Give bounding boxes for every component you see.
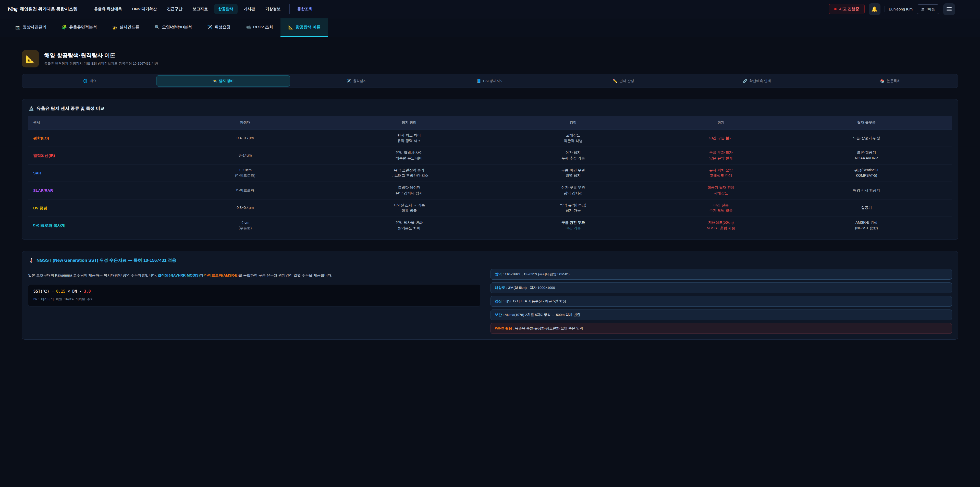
- sensor-comparison-card: 🔬 유출유 탐지 센서 종류 및 특성 비교 센서파장대탐지 원리강점한계탑재 …: [22, 99, 958, 240]
- ngsst-title-text: NGSST (New Generation SST) 위성 수온자료 — 특허 …: [37, 257, 177, 263]
- thermometer-icon: 🌡️: [29, 258, 34, 263]
- microscope-icon: 🔬: [29, 106, 34, 111]
- topbar-menu-item[interactable]: 유출유 확산예측: [90, 4, 126, 14]
- books-icon: 📚: [880, 79, 885, 83]
- topbar-menu-item[interactable]: 항공탐색: [214, 4, 238, 14]
- ngsst-spec-list: 영역 : 116~166°E, 13~63°N (북서태평양 50×50°)해상…: [490, 269, 952, 334]
- sensor-table-body: 광학(EO)0.4~0.7μm반사 휘도 차이유막 광택·색조고해상도직관적 식…: [28, 129, 952, 234]
- satellite-icon: 🛰️: [213, 79, 217, 83]
- sensor-name-cell: SAR: [28, 164, 158, 182]
- notification-bell-button[interactable]: 🔔: [869, 3, 880, 15]
- desc-text: 를 융합하여 구름 유무와 관계없이 일별 수온을 제공합니다.: [239, 273, 332, 277]
- tab-label: 개요: [89, 79, 97, 83]
- sensor-name-cell: UV 형광: [28, 199, 158, 217]
- strength-cell: 구름·야간 무관광역 탐지: [485, 164, 661, 182]
- topbar-menu-item[interactable]: 보고자료: [189, 4, 212, 14]
- subnav-item[interactable]: 🚁실시간드론: [104, 18, 147, 37]
- spec-label: WING 활용: [495, 326, 512, 330]
- spec-value: : Akima(1978) 2차원 5차다항식 → 500m 격자 변환: [502, 313, 580, 317]
- app-logo: Wing 해양환경 위기대응 통합시스템: [7, 6, 78, 12]
- sensor-name-cell: SLAR/RAR: [28, 182, 158, 199]
- spec-label: 보간: [495, 313, 502, 317]
- topbar-menu-item[interactable]: HNS·대기확산: [128, 4, 161, 14]
- formula-offset: 3.0: [84, 289, 91, 294]
- ngsst-card: 🌡️ NGSST (New Generation SST) 위성 수온자료 — …: [22, 251, 958, 340]
- app-title: 해양환경 위기대응 통합시스템: [20, 6, 78, 12]
- ngsst-body: 일본 토호쿠대학 Kawamura 교수팀이 제공하는 북서태평양 광역 수온자…: [28, 269, 952, 334]
- hamburger-icon: [947, 7, 952, 11]
- column-header: 강점: [485, 116, 661, 129]
- tab-active[interactable]: 🛰️탐지 장비: [156, 75, 290, 86]
- drone-icon: 🚁: [112, 25, 117, 30]
- subnav-item-label: 유출유면적분석: [69, 24, 97, 30]
- principle-cell: 유막 열방사 차이해수면 온도 대비: [333, 147, 485, 164]
- sst-formula-block: SST(℃) = 0.15 × DN - 3.0 DN: 바이너리 파일 1by…: [28, 284, 480, 307]
- subnav-item[interactable]: 📷영상사진관리: [8, 18, 54, 37]
- column-header: 센서: [28, 116, 158, 129]
- tab-item[interactable]: ✏️면적 산정: [557, 75, 690, 86]
- platform-cell: 위성(Sentinel-1KOMPSAT-5): [781, 164, 952, 182]
- desc-mw-highlight: 마이크로파(AMSR-E): [204, 273, 239, 277]
- limit-cell: 항공기 탑재 전용저해상도: [661, 182, 781, 199]
- hamburger-menu-button[interactable]: [943, 3, 955, 15]
- divider: [885, 6, 885, 12]
- cctv-camera-icon: 📹: [246, 25, 251, 30]
- sensor-table-title: 🔬 유출유 탐지 센서 종류 및 특성 비교: [29, 105, 951, 111]
- main-content: 📐 해양 항공탐색·원격탐사 이론 유출유 원격탐지·항공감시 기법·ESI 방…: [0, 50, 980, 340]
- incident-status-label: 사고 진행중: [839, 6, 859, 11]
- tab-item[interactable]: 📘ESI 방제지도: [423, 75, 557, 86]
- formula-note: DN: 바이너리 파일 1byte 디지털 수치: [33, 297, 475, 302]
- platform-cell: 드론·항공기NOAA AVHRR: [781, 147, 952, 164]
- spec-value: : 유출유 증발·유상화·점도변화 모델 수온 입력: [512, 326, 583, 330]
- wing-logo-icon: Wing: [7, 6, 18, 12]
- limit-cell: 저해상도(50km)NGSST 혼합 사용: [661, 217, 781, 234]
- main-menu: 유출유 확산예측HNS·대기확산긴급구난보고자료항공탐색게시판기상정보통합조회: [90, 4, 317, 14]
- wavelength-cell: 8~14μm: [158, 147, 333, 164]
- logout-button[interactable]: 로그아웃: [917, 4, 939, 14]
- tab-item[interactable]: ✈️원격탐사: [290, 75, 423, 86]
- sensor-row: 광학(EO)0.4~0.7μm반사 휘도 차이유막 광택·색조고해상도직관적 식…: [28, 129, 952, 147]
- column-header: 파장대: [158, 116, 333, 129]
- sensor-row: SAR1~10cm(마이크로파)유막 표면장력 증가→ 브래그 후방산란 감소구…: [28, 164, 952, 182]
- subnav-item[interactable]: 🧩유출유면적분석: [54, 18, 104, 37]
- tab-item[interactable]: 🌐개요: [23, 75, 156, 86]
- platform-cell: 해경 감시 항공기: [781, 182, 952, 199]
- ngsst-title: 🌡️ NGSST (New Generation SST) 위성 수온자료 — …: [29, 257, 951, 263]
- spec-item: 영역 : 116~166°E, 13~63°N (북서태평양 50×50°): [490, 269, 952, 279]
- tab-item[interactable]: 📚논문특허: [824, 75, 957, 86]
- camera-icon: 📷: [15, 25, 21, 30]
- triangle-ruler-icon: 📐: [288, 25, 293, 30]
- principle-cell: 유막 표면장력 증가→ 브래그 후방산란 감소: [333, 164, 485, 182]
- ngsst-left-column: 일본 토호쿠대학 Kawamura 교수팀이 제공하는 북서태평양 광역 수온자…: [28, 269, 480, 334]
- sensor-row: 열적외선(IR)8~14μm유막 열방사 차이해수면 온도 대비야간 탐지두께 …: [28, 147, 952, 164]
- globe-icon: 🌐: [83, 79, 87, 83]
- principle-cell: 측방향 레이더유막 감쇠대 탐지: [333, 182, 485, 199]
- subnav-item-label: CCTV 조회: [253, 24, 273, 30]
- topbar-menu-item[interactable]: 긴급구난: [163, 4, 186, 14]
- wavelength-cell: 1~10cm(마이크로파): [158, 164, 333, 182]
- sensor-name-cell: 마이크로파 복사계: [28, 217, 158, 234]
- subnav-item[interactable]: 📐항공탐색 이론: [280, 18, 328, 37]
- sst-formula: SST(℃) = 0.15 × DN - 3.0: [33, 289, 475, 294]
- user-name: Eunjeong Kim: [889, 7, 913, 11]
- link-icon: 🔗: [743, 79, 747, 83]
- strength-cell: 구름 완전 투과야간 가능: [485, 217, 661, 234]
- section-tabbar: 🌐개요🛰️탐지 장비✈️원격탐사📘ESI 방제지도✏️면적 산정🔗확산예측 연계…: [22, 74, 958, 88]
- topbar-menu-item[interactable]: 통합조회: [290, 4, 317, 14]
- subnav-item[interactable]: ✈️위성요청: [200, 18, 238, 37]
- ngsst-description: 일본 토호쿠대학 Kawamura 교수팀이 제공하는 북서태평양 광역 수온자…: [28, 273, 480, 279]
- formula-coefficient: 0.15: [56, 289, 65, 294]
- bell-icon: 🔔: [871, 6, 878, 12]
- triangle-ruler-icon: 📐: [22, 50, 39, 67]
- subnav-item-label: 위성요청: [215, 24, 231, 30]
- page-subtitle: 유출유 원격탐지·항공감시 기법·ESI 방제정보지도·등록특허 10-1567…: [44, 61, 158, 66]
- topbar-menu-item[interactable]: 게시판: [240, 4, 259, 14]
- strength-cell: 야간 탐지두께 추정 가능: [485, 147, 661, 164]
- sensor-name-cell: 광학(EO): [28, 129, 158, 147]
- tab-item[interactable]: 🔗확산예측 연계: [690, 75, 824, 86]
- subnav-item[interactable]: 🔍오염/선박3D분석: [147, 18, 200, 37]
- book-icon: 📘: [477, 79, 481, 83]
- subnav-item[interactable]: 📹CCTV 조회: [238, 18, 280, 37]
- subnav-item-label: 항공탐색 이론: [296, 24, 320, 30]
- topbar-menu-item[interactable]: 기상정보: [261, 4, 285, 14]
